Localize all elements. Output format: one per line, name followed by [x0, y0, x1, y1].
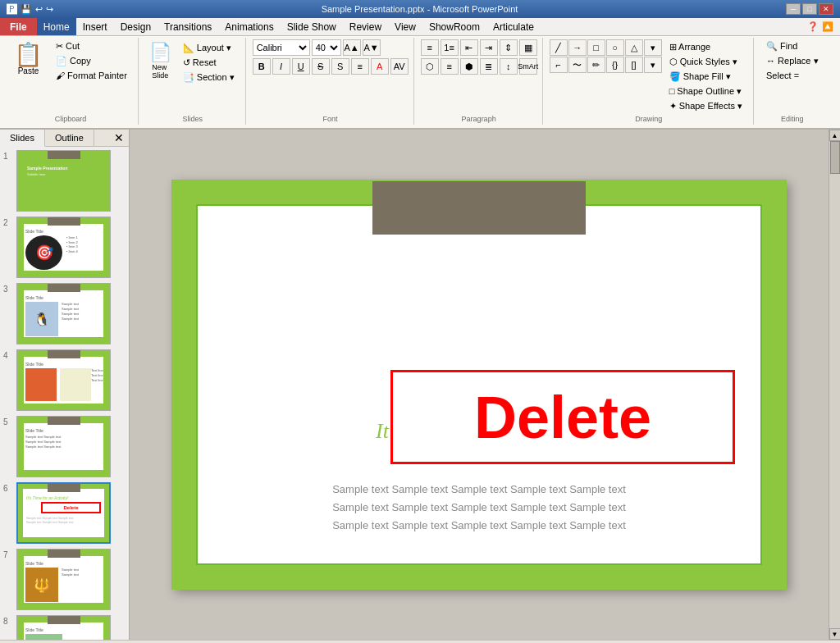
slides-tabs: Slides Outline ✕: [0, 130, 129, 147]
copy-button[interactable]: 📄 Copy: [50, 54, 133, 68]
app-icon: 🅿: [7, 3, 17, 16]
numbered-list-btn[interactable]: 1≡: [441, 39, 459, 56]
ribbon-minimize-btn[interactable]: 🔼: [822, 21, 833, 32]
font-size-select[interactable]: 40: [312, 39, 341, 56]
shape-outline-button[interactable]: □ Shape Outline ▾: [664, 84, 748, 98]
cut-button[interactable]: ✂ Cut: [50, 39, 133, 53]
menu-articulate[interactable]: Articulate: [486, 18, 541, 35]
clipboard-group: 📋 Paste ✂ Cut 📄 Copy 🖌 Format Painter Cl…: [3, 38, 139, 125]
font-spacing-btn[interactable]: AV: [390, 58, 409, 75]
slides-panel: Slides Outline ✕ 1 Sample Presentation S…: [0, 130, 130, 640]
menu-animations[interactable]: Animations: [218, 18, 280, 35]
slide-thumb-8[interactable]: 8 Slide Title: [3, 615, 126, 640]
select-button[interactable]: Select =: [760, 69, 824, 82]
scroll-up-btn[interactable]: ▲: [829, 130, 841, 141]
line-spacing-btn[interactable]: ↕: [500, 58, 518, 75]
slide-thumb-4[interactable]: 4 Slide Title Text lineText lineText lin…: [3, 349, 126, 411]
quick-styles-button[interactable]: ⬡ Quick Styles ▾: [664, 55, 748, 69]
new-slide-button[interactable]: 📄 NewSlide: [145, 39, 176, 82]
curve-btn[interactable]: 〜: [568, 57, 587, 73]
maximize-btn[interactable]: □: [802, 3, 817, 15]
align-center-btn[interactable]: ≡: [441, 58, 459, 75]
free-btn[interactable]: ✏: [587, 57, 605, 73]
close-panel-btn[interactable]: ✕: [109, 130, 129, 146]
shadow-btn[interactable]: S: [331, 58, 349, 75]
slide-thumb-2[interactable]: 2 Slide Title 🎯 • Item 1• Item 2• Item 3…: [3, 217, 126, 278]
slide-thumb-3[interactable]: 3 Slide Title 🐧 Sample textSample textSa…: [3, 283, 126, 344]
slide-num-7: 7: [3, 549, 13, 559]
minimize-btn[interactable]: ─: [786, 3, 801, 15]
menu-file[interactable]: File: [0, 18, 37, 35]
bullet-list-btn[interactable]: ≡: [421, 39, 439, 56]
section-button[interactable]: 📑 Section ▾: [177, 71, 240, 84]
close-btn[interactable]: ✕: [819, 3, 833, 15]
shape-fill-button[interactable]: 🪣 Shape Fill ▾: [664, 70, 748, 84]
line-btn[interactable]: ╱: [550, 39, 568, 56]
menu-transitions[interactable]: Transitions: [158, 18, 218, 35]
menu-slideshow[interactable]: Slide Show: [281, 18, 343, 35]
slide-sample-text: Sample text Sample text Sample text Samp…: [222, 481, 736, 535]
slide-delete-box[interactable]: Delete: [390, 370, 735, 464]
format-painter-button[interactable]: 🖌 Format Painter: [50, 69, 133, 82]
slide-thumb-6[interactable]: 6 It's Time for an Activity! Delete Samp…: [3, 482, 126, 544]
scroll-thumb[interactable]: [830, 141, 840, 174]
window-title: Sample Presentation.pptx - Microsoft Pow…: [53, 4, 786, 14]
outline-tab[interactable]: Outline: [45, 130, 94, 146]
rect-btn[interactable]: □: [587, 39, 605, 56]
slides-tab[interactable]: Slides: [0, 130, 45, 147]
paragraph-group: ≡ 1≡ ⇤ ⇥ ⇕ ▦ ⬡ ≡ ⬢ ≣ ↕ SmArt Paragraph: [416, 38, 543, 125]
brace-btn[interactable]: {}: [606, 57, 624, 73]
slide-thumb-1[interactable]: 1 Sample Presentation Subtitle here: [3, 150, 126, 212]
oval-btn[interactable]: ○: [606, 39, 624, 56]
menu-design[interactable]: Design: [114, 18, 158, 35]
paste-button[interactable]: 📋 Paste: [8, 39, 48, 80]
slide-thumb-7[interactable]: 7 Slide Title 🔱 Sample textSample text: [3, 549, 126, 610]
font-color-btn[interactable]: A: [371, 58, 389, 75]
quick-access-undo[interactable]: ↩: [35, 4, 43, 15]
columns-btn[interactable]: ▦: [519, 39, 537, 56]
decrease-font-btn[interactable]: A▼: [363, 39, 381, 56]
paragraph-label: Paragraph: [462, 113, 496, 123]
arrange-button[interactable]: ⊞ Arrange: [664, 40, 748, 54]
quick-access-save[interactable]: 💾: [21, 4, 32, 15]
menu-insert[interactable]: Insert: [76, 18, 114, 35]
shapes-btn[interactable]: ▾: [644, 39, 662, 56]
smartart-btn[interactable]: SmArt: [519, 58, 537, 75]
text-direction-btn[interactable]: ⇕: [500, 39, 518, 56]
strikethrough-btn[interactable]: S: [312, 58, 330, 75]
find-button[interactable]: 🔍 Find: [760, 39, 824, 53]
help-btn[interactable]: ❓: [807, 21, 819, 32]
align-btn[interactable]: ≡: [351, 58, 369, 75]
triangle-btn[interactable]: △: [625, 39, 643, 56]
connector-btn[interactable]: ⌐: [550, 57, 568, 73]
menu-view[interactable]: View: [388, 18, 422, 35]
quick-access-redo[interactable]: ↪: [46, 4, 53, 15]
more-shapes-btn[interactable]: ▾: [644, 57, 662, 73]
shape-effects-button[interactable]: ✦ Shape Effects ▾: [664, 99, 748, 113]
indent-more-btn[interactable]: ⇥: [480, 39, 498, 56]
scroll-down-btn[interactable]: ▼: [829, 628, 841, 640]
italic-btn[interactable]: I: [272, 58, 290, 75]
slides-group: 📄 NewSlide 📐 Layout ▾ ↺ Reset 📑 Section …: [140, 38, 246, 125]
layout-button[interactable]: 📐 Layout ▾: [177, 41, 240, 55]
menu-home[interactable]: Home: [37, 18, 76, 35]
menu-review[interactable]: Review: [343, 18, 388, 35]
increase-font-btn[interactable]: A▲: [343, 39, 361, 56]
align-right-btn[interactable]: ⬢: [460, 58, 478, 75]
slide-thumb-5[interactable]: 5 Slide Title Sample text Sample textSam…: [3, 416, 126, 477]
slides-label: Slides: [182, 113, 203, 123]
font-family-select[interactable]: Calibri: [253, 39, 310, 56]
replace-button[interactable]: ↔ Replace ▾: [760, 54, 824, 68]
justify-btn[interactable]: ≣: [480, 58, 498, 75]
underline-btn[interactable]: U: [292, 58, 310, 75]
menu-showroom[interactable]: ShowRoom: [422, 18, 486, 35]
arrow-btn[interactable]: →: [568, 39, 587, 56]
new-slide-icon: 📄: [149, 42, 171, 63]
indent-less-btn[interactable]: ⇤: [460, 39, 478, 56]
slide-num-3: 3: [3, 283, 13, 294]
scroll-track: [829, 141, 840, 628]
bracket-btn[interactable]: []: [625, 57, 643, 73]
bold-btn[interactable]: B: [253, 58, 271, 75]
reset-button[interactable]: ↺ Reset: [177, 56, 240, 70]
align-left-btn[interactable]: ⬡: [421, 58, 439, 75]
